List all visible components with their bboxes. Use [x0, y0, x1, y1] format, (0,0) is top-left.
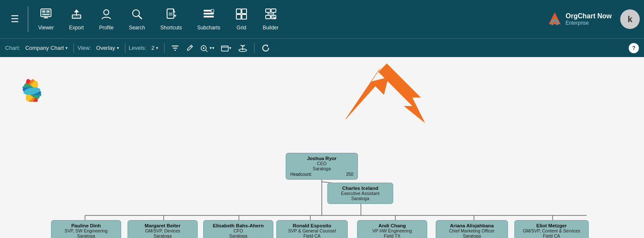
svg-rect-21	[236, 9, 241, 14]
svg-marker-52	[346, 69, 388, 119]
report-node-6[interactable]: Eliot Metzger GM/SVP, Content & Services…	[514, 220, 589, 238]
zoom-btn[interactable]: ▾ ▾	[197, 43, 218, 53]
help-btn[interactable]: ?	[629, 43, 639, 53]
report-node-3[interactable]: Ronald Esposito SVP & General Counsel Fi…	[276, 220, 348, 238]
profile-label: Profile	[99, 25, 113, 31]
export-label: Export	[69, 25, 84, 31]
svg-rect-23	[236, 14, 241, 19]
filter-btn[interactable]	[168, 43, 182, 53]
svg-rect-12	[167, 9, 174, 18]
nav-grid[interactable]: Grid	[228, 8, 255, 31]
svg-rect-8	[72, 17, 81, 17]
svg-rect-20	[211, 9, 214, 12]
chart-chevron: ▾	[65, 46, 68, 50]
svg-rect-18	[204, 13, 214, 14]
hat-btn[interactable]	[235, 43, 251, 53]
view-value: Overlay	[96, 45, 115, 51]
report-node-4[interactable]: Andi Chang VP HW Engineering Field TX He…	[357, 220, 427, 238]
report-5-name: Ariana Alisjahbana	[440, 223, 503, 228]
shortcuts-icon	[165, 8, 177, 23]
sep-1	[74, 43, 74, 53]
svg-line-41	[206, 50, 207, 52]
profile-icon	[100, 8, 112, 23]
svg-rect-24	[242, 14, 247, 19]
nav-divider-1	[28, 6, 28, 32]
levels-dropdown[interactable]: 2 ▾	[149, 44, 161, 52]
svg-marker-13	[173, 9, 176, 12]
levels-value: 2	[151, 45, 154, 51]
edit-btn[interactable]	[182, 43, 197, 53]
subcharts-icon	[203, 8, 215, 23]
ceo-headcount-label: Headcount:	[290, 172, 312, 177]
view-dropdown[interactable]: Overlay ▾	[94, 44, 122, 52]
svg-line-11	[139, 16, 142, 19]
report-3-loc: Field CA	[281, 233, 343, 238]
brand-sub: Enterprise	[566, 20, 612, 26]
report-4-name: Andi Chang	[362, 223, 423, 228]
report-1-title: GM/SVP, Devices	[132, 228, 193, 233]
report-0-name: Pauline Dinh	[56, 223, 116, 228]
ceo-location: Saratoga	[290, 166, 353, 171]
share-btn[interactable]: ▾	[218, 43, 235, 53]
ceo-node[interactable]: Joshua Ryor CEO Saratoga Headcount: 250	[286, 153, 358, 180]
svg-rect-25	[266, 9, 270, 12]
svg-rect-27	[266, 15, 270, 19]
nav-viewer[interactable]: Viewer	[31, 8, 61, 31]
user-avatar[interactable]: k	[620, 9, 640, 29]
report-node-0[interactable]: Pauline Dinh SVP, SW Engineering Saratog…	[51, 220, 121, 238]
nav-subcharts[interactable]: Subcharts	[190, 8, 228, 31]
svg-rect-3	[42, 10, 45, 13]
org-connectors	[0, 57, 644, 238]
svg-rect-19	[204, 16, 214, 17]
report-6-title: GM/SVP, Content & Services	[519, 228, 584, 233]
viewer-label: Viewer	[38, 25, 54, 31]
svg-rect-1	[44, 17, 48, 18]
chart-dropdown[interactable]: Company Chart ▾	[23, 44, 70, 52]
svg-point-9	[104, 10, 109, 15]
svg-rect-22	[242, 9, 247, 14]
ceo-headcount-value: 250	[346, 172, 353, 177]
search-label: Search	[129, 25, 145, 31]
sep-4	[254, 43, 255, 53]
ea-name: Charles Iceland	[332, 186, 389, 191]
viewer-icon	[40, 8, 52, 23]
subcharts-label: Subcharts	[197, 25, 220, 31]
ea-node[interactable]: Charles Iceland Executive Assistant Sara…	[327, 183, 393, 204]
report-node-5[interactable]: Ariana Alisjahbana Chief Marketing Offic…	[436, 220, 508, 238]
report-node-1[interactable]: Margaret Beiter GM/SVP, Devices Saratoga…	[128, 220, 198, 238]
ceo-name: Joshua Ryor	[290, 156, 353, 161]
report-0-title: SVP, SW Engineering	[56, 228, 116, 233]
report-1-name: Margaret Beiter	[132, 223, 193, 228]
ea-location: Saratoga	[332, 196, 389, 201]
svg-rect-42	[221, 46, 228, 51]
nav-profile[interactable]: Profile	[91, 8, 121, 31]
svg-rect-26	[271, 9, 276, 12]
nav-shortcuts[interactable]: Shortcuts	[153, 8, 190, 31]
brand-name: OrgChart Now	[566, 12, 612, 20]
toolbar: Chart: Company Chart ▾ View: Overlay ▾ L…	[0, 38, 644, 57]
nav-export[interactable]: Export	[61, 8, 91, 31]
brand: OrgChart Now Enterprise	[548, 11, 612, 27]
chart-value: Company Chart	[25, 45, 64, 51]
report-5-loc: Saratoga	[440, 233, 503, 238]
company-logo	[11, 68, 53, 102]
svg-point-34	[272, 16, 274, 18]
report-2-loc: Saratoga	[208, 233, 269, 238]
builder-label: Builder	[263, 25, 278, 31]
report-4-loc: Field TX	[362, 233, 423, 238]
ea-title: Executive Assistant	[332, 191, 389, 196]
shortcuts-label: Shortcuts	[160, 25, 182, 31]
report-4-title: VP HW Engineering	[362, 228, 423, 233]
report-3-title: SVP & General Counsel	[281, 228, 343, 233]
nav-builder[interactable]: Builder	[255, 8, 286, 31]
arrow-annotation	[346, 65, 414, 122]
sep-2	[125, 43, 125, 53]
grid-label: Grid	[237, 25, 247, 31]
refresh-btn[interactable]	[258, 43, 273, 53]
export-icon	[71, 8, 82, 23]
svg-marker-35	[549, 12, 561, 24]
report-2-name: Elisabeth Bahs-Ahern	[208, 223, 269, 228]
report-node-2[interactable]: Elisabeth Bahs-Ahern CFO Saratoga Headco…	[203, 220, 273, 238]
hamburger-menu[interactable]: ☰	[4, 14, 26, 24]
nav-search[interactable]: Search	[121, 8, 153, 31]
